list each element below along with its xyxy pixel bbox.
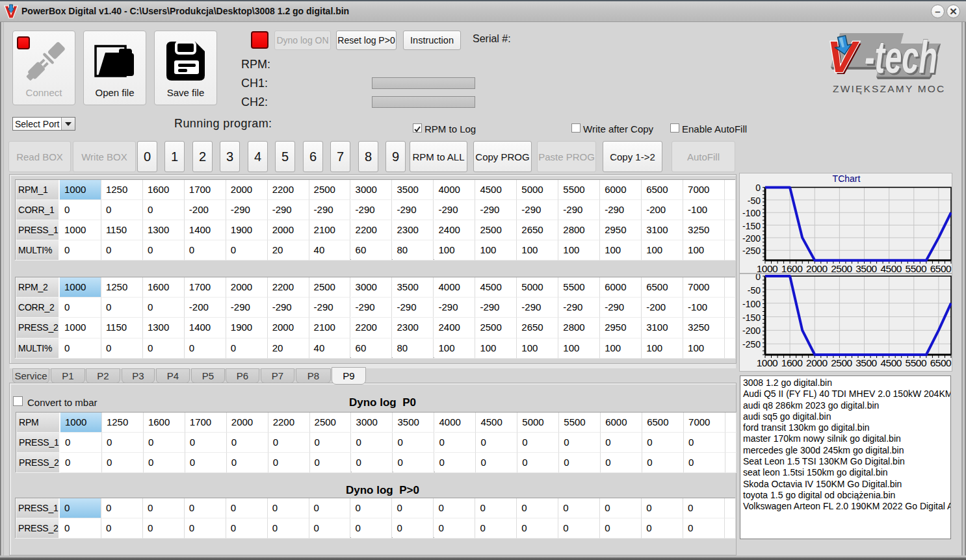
svg-text:4500: 4500 <box>880 357 902 368</box>
svg-text:-200: -200 <box>742 325 761 336</box>
svg-text:-200: -200 <box>742 233 761 244</box>
svg-text:2000: 2000 <box>806 263 828 274</box>
svg-text:-250: -250 <box>742 246 761 256</box>
svg-text:-100: -100 <box>742 299 761 309</box>
svg-text:2500: 2500 <box>831 357 852 368</box>
svg-text:4500: 4500 <box>880 263 902 274</box>
svg-text:2000: 2000 <box>806 357 828 368</box>
svg-text:3500: 3500 <box>855 357 877 368</box>
svg-text:-50: -50 <box>748 285 761 296</box>
svg-text:0: 0 <box>755 183 761 193</box>
svg-text:TChart: TChart <box>833 173 861 184</box>
svg-text:5500: 5500 <box>906 263 927 274</box>
svg-text:1600: 1600 <box>781 263 803 274</box>
svg-text:-tech: -tech <box>865 32 937 83</box>
svg-text:-150: -150 <box>742 312 761 323</box>
svg-text:0: 0 <box>755 274 761 282</box>
svg-text:2500: 2500 <box>831 263 852 274</box>
svg-text:6500: 6500 <box>930 357 952 368</box>
svg-text:3500: 3500 <box>855 263 877 274</box>
svg-text:-250: -250 <box>742 339 761 350</box>
svg-text:1000: 1000 <box>757 263 778 274</box>
svg-text:5500: 5500 <box>906 357 927 368</box>
svg-text:-100: -100 <box>742 208 761 218</box>
svg-text:ZWIĘKSZAMY MOC: ZWIĘKSZAMY MOC <box>833 83 945 94</box>
svg-text:-50: -50 <box>748 196 761 206</box>
svg-text:1000: 1000 <box>757 357 778 368</box>
svg-text:1600: 1600 <box>781 357 803 368</box>
svg-text:6500: 6500 <box>930 263 952 274</box>
svg-text:-150: -150 <box>742 221 761 231</box>
